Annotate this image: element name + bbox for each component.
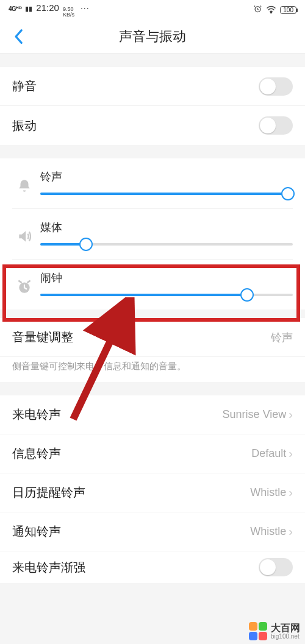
watermark-url: big100.net	[271, 633, 300, 640]
header: 声音与振动	[0, 19, 305, 54]
ringtone-slider[interactable]	[40, 193, 293, 195]
battery-indicator: 100	[280, 6, 296, 14]
incoming-ringtone-label: 来电铃声	[12, 406, 61, 423]
wifi-icon	[266, 5, 276, 15]
mute-toggle[interactable]	[259, 77, 293, 96]
bell-icon	[12, 169, 37, 194]
chevron-right-icon: ›	[289, 408, 293, 422]
ramp-ringtone-label: 来电铃声渐强	[12, 559, 85, 576]
calendar-ringtone-label: 日历提醒铃声	[12, 484, 85, 501]
signal-icon: ▮▮	[25, 5, 32, 13]
media-slider-row: 媒体	[12, 209, 293, 260]
svg-point-1	[271, 12, 272, 13]
incoming-ringtone-row[interactable]: 来电铃声 Sunrise View›	[0, 395, 305, 434]
alarm-slider[interactable]	[40, 294, 293, 296]
alarm-slider-label: 闹钟	[40, 271, 293, 285]
watermark-logo-icon	[249, 622, 267, 640]
message-ringtone-row[interactable]: 信息铃声 Default›	[0, 434, 305, 473]
message-ringtone-value: Default	[251, 447, 286, 460]
clock: 21:20	[36, 2, 59, 13]
chevron-right-icon: ›	[289, 525, 293, 539]
chevron-right-icon: ›	[289, 486, 293, 500]
notification-ringtone-value: Whistle	[250, 525, 286, 538]
alarm-slider-row: 闹钟	[12, 260, 293, 310]
chevron-right-icon: ›	[289, 447, 293, 461]
volume-sliders: 铃声 媒体 闹钟	[0, 158, 305, 310]
speaker-icon	[12, 220, 37, 244]
page-title: 声音与振动	[119, 27, 186, 46]
back-button[interactable]	[6, 19, 30, 53]
network-indicator: 4Gᴴᴰ	[9, 5, 21, 12]
volume-key-desc: 侧音量键可控制来电、信息和通知的音量。	[0, 357, 305, 382]
vibrate-row[interactable]: 振动	[0, 106, 305, 145]
vibrate-label: 振动	[12, 118, 37, 134]
incoming-ringtone-value: Sunrise View	[223, 408, 287, 421]
mute-label: 静音	[12, 78, 37, 94]
ringtone-slider-label: 铃声	[40, 169, 293, 184]
media-slider[interactable]	[40, 243, 293, 246]
data-rate: 9.50KB/s	[63, 7, 74, 18]
clock-icon	[12, 271, 37, 295]
watermark: 大百网 big100.net	[249, 622, 300, 640]
alarm-icon	[253, 4, 262, 15]
ringtone-slider-row: 铃声	[12, 158, 293, 209]
watermark-name: 大百网	[271, 623, 300, 633]
calendar-ringtone-row[interactable]: 日历提醒铃声 Whistle›	[0, 473, 305, 512]
volume-key-row[interactable]: 音量键调整 铃声	[0, 318, 305, 357]
notification-ringtone-row[interactable]: 通知铃声 Whistle›	[0, 512, 305, 551]
status-bar: 4Gᴴᴰ ▮▮ 21:20 9.50KB/s ··· 100	[0, 0, 305, 19]
calendar-ringtone-value: Whistle	[250, 486, 286, 499]
vibrate-toggle[interactable]	[259, 116, 293, 135]
media-slider-label: 媒体	[40, 220, 293, 235]
message-ringtone-label: 信息铃声	[12, 445, 61, 462]
mute-row[interactable]: 静音	[0, 67, 305, 106]
ramp-ringtone-row[interactable]: 来电铃声渐强	[0, 551, 305, 583]
ramp-toggle[interactable]	[259, 558, 293, 576]
volume-key-value: 铃声	[271, 330, 293, 345]
volume-key-label: 音量键调整	[12, 329, 73, 345]
notification-ringtone-label: 通知铃声	[12, 523, 61, 540]
more-icon: ···	[81, 3, 90, 13]
